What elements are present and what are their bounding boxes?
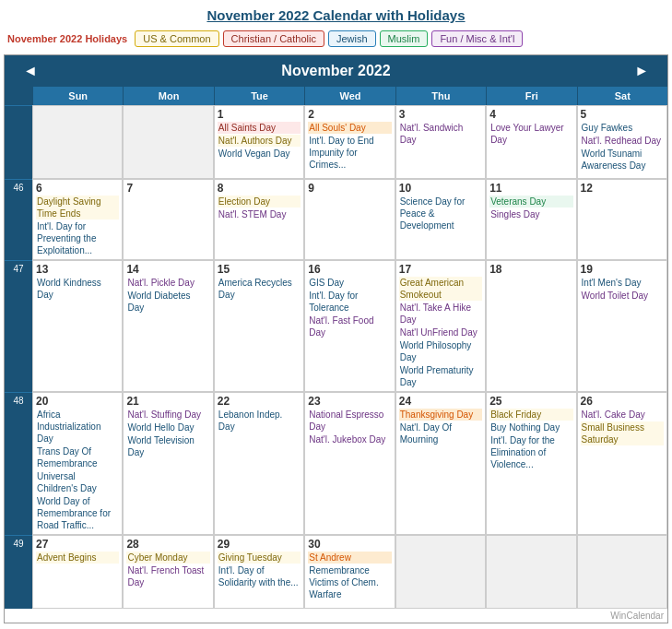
day-number: 4 [489, 108, 572, 121]
wincalendar-attribution: WinCalendar [5, 609, 667, 623]
day-cell [577, 535, 667, 609]
calendar-event[interactable]: Science Day for Peace & Development [399, 196, 482, 231]
calendar-event[interactable]: Veterans Day [489, 196, 572, 208]
calendar-event[interactable]: America Recycles Day [218, 277, 301, 301]
calendar-event[interactable]: Daylight Saving Time Ends [36, 196, 119, 220]
filter-label: November 2022 Holidays [7, 33, 127, 44]
day-number: 29 [218, 538, 301, 551]
day-number: 2 [308, 108, 391, 121]
day-cell: 27Advent Begins [32, 535, 123, 609]
calendar-event[interactable]: Nat'l. Pickle Day [126, 277, 209, 289]
calendar-event[interactable]: Nat'l. Fast Food Day [308, 314, 391, 338]
calendar-event[interactable]: Cyber Monday [126, 552, 209, 564]
day-number: 11 [489, 182, 572, 195]
calendar-title: November 2022 [281, 63, 390, 79]
week-num-0 [5, 105, 32, 179]
calendar-event[interactable]: Guy Fawkes [581, 122, 664, 134]
calendar-event[interactable]: GIS Day [308, 277, 391, 289]
calendar-event[interactable]: Nat'l. Stuffing Day [126, 409, 209, 421]
calendar-event[interactable]: World Vegan Day [218, 148, 301, 160]
page-title-link[interactable]: November 2022 Calendar with Holidays [206, 7, 465, 23]
calendar-event[interactable]: Int'l. Day for Tolerance [308, 290, 391, 314]
filter-us[interactable]: US & Common [135, 30, 218, 47]
calendar-event[interactable]: Africa Industrialization Day [36, 409, 119, 445]
calendar-event[interactable]: Int'l. Day for Preventing the Exploitati… [36, 220, 119, 256]
calendar-event[interactable]: World Day of Remembrance for Road Traffi… [36, 495, 119, 531]
day-number: 16 [308, 263, 391, 276]
calendar-event[interactable]: World Diabetes Day [126, 290, 209, 314]
day-cell: 26Nat'l. Cake DaySmall Business Saturday [577, 392, 667, 535]
day-cell: 11Veterans DaySingles Day [486, 179, 576, 260]
calendar-event[interactable]: Nat'l. French Toast Day [126, 564, 209, 588]
day-number: 8 [218, 182, 301, 195]
day-cell: 29Giving TuesdayInt'l. Day of Solidarity… [214, 535, 304, 609]
week-num-header [5, 87, 32, 105]
calendar-event[interactable]: Nat'l. Jukebox Day [308, 433, 391, 445]
filter-christian[interactable]: Christian / Catholic [223, 30, 324, 47]
calendar-event[interactable]: World Television Day [126, 434, 209, 458]
calendar-event[interactable]: Lebanon Indep. Day [218, 409, 301, 433]
next-month-button[interactable]: ► [627, 61, 656, 81]
day-number: 10 [399, 182, 482, 195]
calendar-event[interactable]: All Souls' Day [308, 122, 391, 134]
calendar-event[interactable]: Small Business Saturday [581, 421, 664, 445]
day-cell: 12 [577, 179, 667, 260]
calendar-event[interactable]: World Prematurity Day [399, 364, 482, 388]
day-cell: 9 [304, 179, 395, 260]
calendar-event[interactable]: Black Friday [489, 409, 572, 421]
filter-muslim[interactable]: Muslim [380, 30, 429, 47]
calendar-event[interactable]: World Hello Day [126, 421, 209, 433]
filter-fun[interactable]: Fun / Misc & Int'l [431, 30, 523, 47]
calendar-event[interactable]: Giving Tuesday [218, 552, 301, 564]
calendar-event[interactable]: Nat'l. Day Of Mourning [399, 421, 482, 445]
day-cell [395, 535, 486, 609]
calendar-event[interactable]: Nat'l. Cake Day [581, 409, 664, 421]
calendar-event[interactable]: Remembrance Victims of Chem. Warfare [308, 564, 391, 600]
day-cell [32, 105, 123, 179]
day-number: 25 [489, 395, 572, 408]
calendar-event[interactable]: World Philosophy Day [399, 339, 482, 363]
calendar-event[interactable]: National Espresso Day [308, 409, 391, 433]
day-header-sun: Sun [32, 87, 123, 105]
day-cell: 28Cyber MondayNat'l. French Toast Day [123, 535, 213, 609]
calendar-event[interactable]: Int'l. Day for the Elimination of Violen… [489, 434, 572, 470]
calendar-event[interactable]: Thanksgiving Day [399, 409, 482, 421]
day-number: 14 [126, 263, 209, 276]
calendar-event[interactable]: World Kindness Day [36, 277, 119, 301]
calendar-event[interactable]: Universal Children's Day [36, 470, 119, 494]
day-number: 24 [399, 395, 482, 408]
calendar-event[interactable]: Int'l. Day of Solidarity with the... [218, 564, 301, 588]
calendar-grid: 1All Saints DayNat'l. Authors DayWorld V… [5, 105, 667, 609]
calendar-event[interactable]: Nat'l. Sandwich Day [399, 122, 482, 146]
calendar-event[interactable]: Trans Day Of Remembrance [36, 445, 119, 469]
day-number: 7 [126, 182, 209, 195]
filter-jewish[interactable]: Jewish [328, 30, 376, 47]
calendar-event[interactable]: Nat'l. Redhead Day [581, 135, 664, 147]
calendar-event[interactable]: Advent Begins [36, 552, 119, 564]
calendar-event[interactable]: Love Your Lawyer Day [489, 122, 572, 146]
day-number: 22 [218, 395, 301, 408]
day-cell: 5Guy FawkesNat'l. Redhead DayWorld Tsuna… [577, 105, 667, 179]
prev-month-button[interactable]: ◄ [16, 61, 45, 81]
calendar-event[interactable]: Nat'l. Take A Hike Day [399, 302, 482, 326]
week-num-3: 48 [5, 392, 32, 535]
calendar-event[interactable]: All Saints Day [218, 122, 301, 134]
calendar-event[interactable]: Great American Smokeout [399, 277, 482, 301]
calendar-event[interactable]: Election Day [218, 196, 301, 208]
day-cell: 24Thanksgiving DayNat'l. Day Of Mourning [395, 392, 486, 535]
calendar-event[interactable]: Int'l Men's Day [581, 277, 664, 289]
day-cell [123, 105, 213, 179]
calendar-event[interactable]: Nat'l UnFriend Day [399, 326, 482, 338]
calendar-event[interactable]: Nat'l. Authors Day [218, 135, 301, 147]
calendar-event[interactable]: World Toilet Day [581, 290, 664, 302]
week-num-1: 46 [5, 179, 32, 260]
calendar-event[interactable]: Buy Nothing Day [489, 421, 572, 433]
day-cell: 22Lebanon Indep. Day [214, 392, 304, 535]
calendar-event[interactable]: World Tsunami Awareness Day [581, 148, 664, 172]
calendar-event[interactable]: St Andrew [308, 552, 391, 564]
day-number: 6 [36, 182, 119, 195]
calendar-event[interactable]: Int'l. Day to End Impunity for Crimes... [308, 135, 391, 171]
calendar-event[interactable]: Singles Day [489, 208, 572, 220]
day-number: 20 [36, 395, 119, 408]
calendar-event[interactable]: Nat'l. STEM Day [218, 208, 301, 220]
